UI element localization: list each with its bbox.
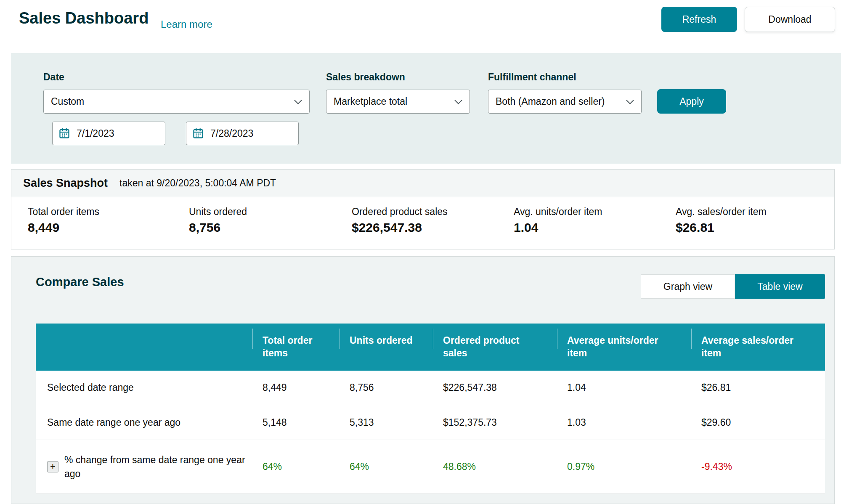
metric-value: 8,449	[28, 220, 99, 235]
column-header-ordered-product-sales: Ordered product sales	[433, 324, 557, 371]
sales-snapshot-section: Sales Snapshot taken at 9/20/2023, 5:00:…	[11, 169, 835, 249]
learn-more-link[interactable]: Learn more	[161, 19, 212, 30]
metric-avg-sales-order-item: Avg. sales/order item $26.81	[676, 206, 767, 235]
compare-sales-section: Compare Sales Graph view Table view Tota…	[11, 256, 835, 504]
start-date-input[interactable]: 7/1/2023	[52, 122, 165, 145]
metric-value: $226,547.38	[352, 220, 448, 235]
cell-value: 1.04	[557, 371, 691, 405]
cell-value: $29.60	[691, 405, 825, 440]
snapshot-timestamp: taken at 9/20/2023, 5:00:04 AM PDT	[119, 178, 276, 189]
graph-view-button[interactable]: Graph view	[641, 274, 735, 299]
snapshot-title: Sales Snapshot	[23, 177, 108, 190]
metric-value: 8,756	[189, 220, 247, 235]
cell-value: 0.97%	[557, 440, 691, 493]
cell-value: $26.81	[691, 371, 825, 405]
row-label: Same date range one year ago	[36, 405, 252, 440]
calendar-icon[interactable]	[58, 127, 70, 139]
fulfillment-channel-select[interactable]: Both (Amazon and seller)	[488, 90, 642, 114]
table-row-percent-change: + % change from same date range one year…	[36, 440, 825, 494]
column-header-average-sales-order-item: Average sales/order item	[691, 324, 825, 371]
metric-value: 1.04	[514, 220, 602, 235]
date-range-value: Custom	[51, 96, 84, 107]
fulfillment-channel-value: Both (Amazon and seller)	[496, 96, 605, 107]
column-header-total-order-items: Total order items	[252, 324, 340, 371]
chevron-down-icon	[294, 96, 302, 104]
sales-breakdown-select[interactable]: Marketplace total	[326, 90, 470, 114]
cell-value: 5,313	[340, 405, 433, 440]
sales-breakdown-label: Sales breakdown	[326, 72, 405, 83]
row-label: % change from same date range one year a…	[64, 453, 249, 481]
expand-row-button[interactable]: +	[47, 461, 58, 472]
fulfillment-channel-label: Fulfillment channel	[488, 72, 576, 83]
table-header-row: Total order items Units ordered Ordered …	[36, 324, 825, 371]
column-header-average-units-order-item: Average units/order item	[557, 324, 691, 371]
end-date-input[interactable]: 7/28/2023	[186, 122, 299, 145]
metric-label: Units ordered	[189, 206, 247, 218]
page-title: Sales Dashboard	[19, 9, 149, 27]
metric-total-order-items: Total order items 8,449	[28, 206, 99, 235]
compare-sales-title: Compare Sales	[36, 275, 124, 289]
cell-value: 8,756	[340, 371, 433, 405]
metric-label: Ordered product sales	[352, 206, 448, 218]
metric-value: $26.81	[676, 220, 767, 235]
table-row-selected-date-range: Selected date range 8,449 8,756 $226,547…	[36, 371, 825, 405]
table-row-same-date-range-last-year: Same date range one year ago 5,148 5,313…	[36, 405, 825, 440]
metric-ordered-product-sales: Ordered product sales $226,547.38	[352, 206, 448, 235]
column-header-empty	[36, 324, 252, 371]
metric-label: Avg. sales/order item	[676, 206, 767, 218]
cell-value: $226,547.38	[433, 371, 557, 405]
column-header-units-ordered: Units ordered	[340, 324, 433, 371]
cell-value: 5,148	[252, 405, 340, 440]
start-date-value: 7/1/2023	[77, 128, 114, 139]
compare-sales-table: Total order items Units ordered Ordered …	[36, 324, 825, 494]
date-range-select[interactable]: Custom	[43, 90, 310, 114]
cell-value: 1.03	[557, 405, 691, 440]
metric-label: Total order items	[28, 206, 99, 218]
row-label-cell: + % change from same date range one year…	[36, 440, 252, 493]
refresh-button[interactable]: Refresh	[661, 7, 737, 32]
cell-value: 8,449	[252, 371, 340, 405]
sales-breakdown-value: Marketplace total	[334, 96, 407, 107]
cell-value: 64%	[340, 440, 433, 493]
metric-label: Avg. units/order item	[514, 206, 602, 218]
metric-avg-units-order-item: Avg. units/order item 1.04	[514, 206, 602, 235]
filter-bar: Date Custom 7/1/2023	[11, 53, 841, 164]
chevron-down-icon	[454, 96, 462, 104]
row-label: Selected date range	[36, 371, 252, 405]
cell-value: $152,375.73	[433, 405, 557, 440]
sales-dashboard-page: Sales Dashboard Learn more Refresh Downl…	[0, 0, 841, 504]
cell-value: 64%	[252, 440, 340, 493]
date-label: Date	[43, 72, 64, 83]
cell-value: -9.43%	[691, 440, 825, 493]
apply-button[interactable]: Apply	[657, 89, 726, 114]
download-button[interactable]: Download	[745, 7, 835, 32]
end-date-value: 7/28/2023	[210, 128, 253, 139]
calendar-icon[interactable]	[192, 127, 204, 139]
metric-units-ordered: Units ordered 8,756	[189, 206, 247, 235]
chevron-down-icon	[626, 96, 634, 104]
sales-snapshot-header: Sales Snapshot taken at 9/20/2023, 5:00:…	[11, 170, 834, 197]
cell-value: 48.68%	[433, 440, 557, 493]
table-view-button[interactable]: Table view	[735, 274, 825, 299]
